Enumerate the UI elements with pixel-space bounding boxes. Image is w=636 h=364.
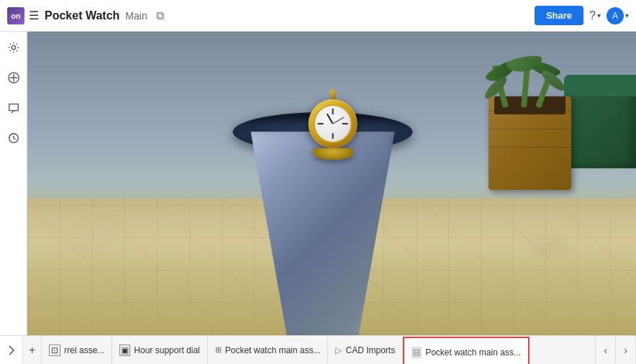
plant-leaves <box>481 46 578 107</box>
user-menu-button[interactable]: A ▾ <box>607 7 629 24</box>
tab-nav-prev-button[interactable]: ‹ <box>596 336 616 365</box>
hamburger-icon[interactable]: ☰ <box>29 9 39 22</box>
onshape-logo[interactable]: on <box>7 7 24 24</box>
tab-nav-buttons: ‹ › <box>595 336 636 365</box>
tab-hour-icon: ▣ <box>119 345 130 356</box>
floor-accent-2 <box>521 227 578 263</box>
tab-cad-imports[interactable]: ▷ CAD Imports <box>328 336 403 364</box>
watch-case-outer <box>309 99 358 148</box>
help-chevron-icon: ▾ <box>597 12 601 19</box>
pedestal-body <box>251 132 395 335</box>
wood-grain-3 <box>489 147 571 147</box>
tab-cad-icon: ▷ <box>335 345 342 355</box>
sidebar-icon-settings[interactable] <box>4 37 24 58</box>
tab-pocket-assembly[interactable]: ⊞ Pocket watch main ass... <box>208 336 329 364</box>
tab-pocket-active[interactable]: ⊟ Pocket watch main ass... <box>403 337 530 364</box>
tab-nav-next-button[interactable]: › <box>616 336 636 365</box>
tab-pocket-icon: ⊞ <box>215 345 222 355</box>
watch-base <box>313 148 353 160</box>
help-button[interactable]: ? ▾ <box>589 9 601 22</box>
watch-face <box>314 104 353 143</box>
tab-hour-support[interactable]: ▣ Hour support dial <box>112 336 207 364</box>
user-chevron-icon: ▾ <box>625 12 629 19</box>
document-title: Pocket Watch <box>45 9 119 22</box>
sidebar-icon-add[interactable] <box>4 68 24 88</box>
tab-add-icon: + <box>29 344 35 357</box>
watch-3 <box>342 123 348 124</box>
user-avatar: A <box>607 7 624 24</box>
tab-hour-label: Hour support dial <box>134 345 199 355</box>
logo-area: on ☰ <box>7 7 39 24</box>
main-layout <box>0 32 636 335</box>
tab-pocket-active-icon: ⊟ <box>412 347 422 358</box>
app-header: on ☰ Pocket Watch Main ⧉ Share ? ▾ A ▾ <box>0 0 636 32</box>
pocket-watch <box>304 89 362 160</box>
copy-icon[interactable]: ⧉ <box>156 9 164 22</box>
watch-6 <box>332 133 334 139</box>
left-sidebar <box>0 32 27 335</box>
tab-barrel-assembly[interactable]: ⊡ rrel asse... <box>42 336 112 364</box>
tab-barrel-icon: ⊡ <box>49 345 60 356</box>
watch-9 <box>318 123 324 124</box>
document-subtitle: Main <box>125 10 147 22</box>
share-button[interactable]: Share <box>535 6 583 25</box>
sidebar-icon-history[interactable] <box>4 128 24 148</box>
tab-add[interactable]: + <box>23 336 42 364</box>
svg-point-0 <box>12 45 15 49</box>
tab-cad-label: CAD Imports <box>345 345 395 355</box>
plant-box <box>489 96 571 190</box>
tab-scroll-left-button[interactable] <box>0 336 23 364</box>
help-icon: ? <box>589 9 596 22</box>
tab-bar: + ⊡ rrel asse... ▣ Hour support dial ⊞ P… <box>0 335 636 364</box>
wood-grain-2 <box>489 129 571 129</box>
tab-barrel-label: rrel asse... <box>64 345 104 355</box>
sidebar-icon-comment[interactable] <box>4 98 24 118</box>
tab-pocket-label: Pocket watch main ass... <box>225 345 321 355</box>
watch-crown <box>330 89 336 99</box>
3d-viewport[interactable] <box>27 32 636 335</box>
floor-accent-1 <box>49 206 135 263</box>
watch-12 <box>332 109 334 114</box>
watch-dial <box>317 108 349 140</box>
tab-pocket-active-label: Pocket watch main ass... <box>425 347 521 358</box>
